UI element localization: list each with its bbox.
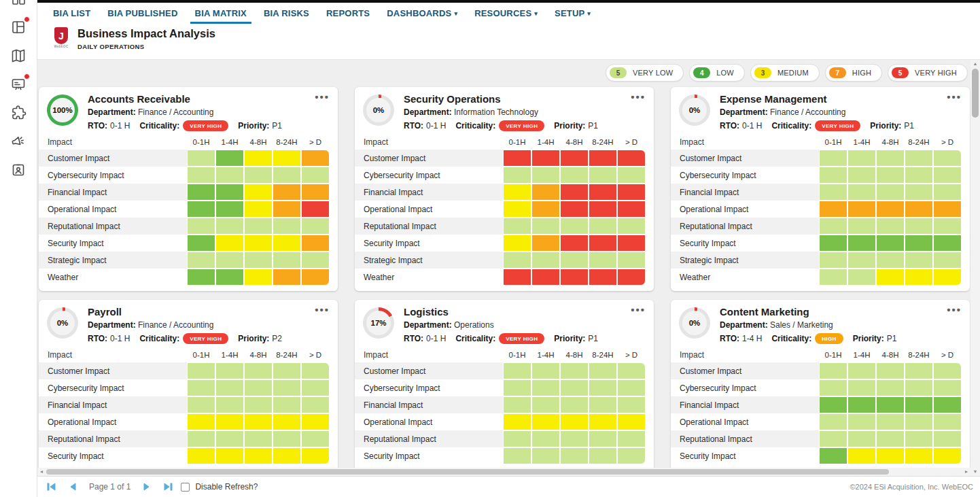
criticality-badge: VERY HIGH xyxy=(183,333,228,344)
next-page-button[interactable] xyxy=(142,483,152,491)
matrix-header-row: Impact0-1H1-4H4-8H8-24H> D xyxy=(39,347,338,362)
rto-label: RTO: xyxy=(720,121,739,131)
matrix-cell xyxy=(589,447,617,464)
time-column-header: 1-4H xyxy=(215,138,244,146)
matrix-cell xyxy=(215,218,244,235)
matrix-cell xyxy=(187,150,215,167)
more-options-icon[interactable]: ••• xyxy=(947,91,962,103)
announcements-icon[interactable] xyxy=(10,133,27,150)
tab-bia-matrix[interactable]: BIA MATRIX xyxy=(195,3,247,24)
matrix-cell xyxy=(905,167,933,184)
matrix-cells xyxy=(503,252,654,269)
matrix-cell xyxy=(933,252,962,269)
tab-setup[interactable]: SETUP▾ xyxy=(555,3,591,24)
matrix-header-row: Impact0-1H1-4H4-8H8-24H> D xyxy=(355,347,654,362)
matrix-row: Reputational Impact xyxy=(355,430,654,447)
tab-bia-published[interactable]: BIA PUBLISHED xyxy=(107,3,177,24)
impact-row-label: Customer Impact xyxy=(671,150,819,167)
matrix-cell xyxy=(905,379,933,396)
matrix-cells xyxy=(187,201,338,218)
matrix-cell xyxy=(560,235,589,252)
matrix-cell xyxy=(876,150,905,167)
tab-bia-list[interactable]: BIA LIST xyxy=(53,3,90,24)
matrix-cell xyxy=(589,269,617,286)
matrix-cell xyxy=(933,150,962,167)
scroll-down-arrow-icon[interactable]: ▼ xyxy=(970,468,980,476)
disable-refresh-checkbox[interactable] xyxy=(181,483,190,492)
matrix-cells xyxy=(187,218,338,235)
matrix-header-row: Impact0-1H1-4H4-8H8-24H> D xyxy=(671,135,970,150)
time-column-header: 0-1H xyxy=(503,138,531,146)
horizontal-scrollbar[interactable]: ◂ ▸ xyxy=(37,468,970,476)
matrix-cell xyxy=(244,447,273,464)
matrix-cells xyxy=(819,252,970,269)
card-header: 0%Security OperationsDepartment: Informa… xyxy=(355,92,654,135)
impact-row-label: Financial Impact xyxy=(355,184,503,201)
matrix-cells xyxy=(819,413,970,430)
criticality-label: Criticality: xyxy=(139,334,179,343)
card-title: Content Marketing xyxy=(720,306,962,318)
time-column-header: 4-8H xyxy=(876,351,905,359)
tab-dashboards[interactable]: DASHBOARDS▾ xyxy=(387,3,457,24)
department-label: Department: xyxy=(404,320,452,330)
tab-resources[interactable]: RESOURCES▾ xyxy=(474,3,538,24)
matrix-row: Financial Impact xyxy=(39,396,338,413)
legend-low[interactable]: 4LOW xyxy=(689,64,745,82)
last-page-button[interactable] xyxy=(163,483,173,491)
impact-row-label: Cybersecurity Impact xyxy=(355,167,503,184)
matrix-cell xyxy=(933,201,962,218)
legend-very-high[interactable]: 5VERY HIGH xyxy=(888,64,968,82)
webeoc-logo-text: WebEOC xyxy=(54,45,69,48)
more-options-icon[interactable]: ••• xyxy=(631,304,646,315)
prev-page-button[interactable] xyxy=(68,483,77,491)
legend-medium[interactable]: 3MEDIUM xyxy=(750,64,820,82)
horizontal-scroll-thumb[interactable] xyxy=(46,469,889,475)
priority-value: P1 xyxy=(904,121,914,131)
more-options-icon[interactable]: ••• xyxy=(315,304,330,315)
matrix-row: Customer Impact xyxy=(671,150,970,167)
vertical-scrollbar[interactable]: ▲ ▼ xyxy=(970,60,980,476)
matrix-cell xyxy=(876,362,905,379)
vertical-scroll-thumb[interactable] xyxy=(972,69,979,118)
matrix-cell xyxy=(244,218,273,235)
time-column-header: > D xyxy=(301,351,330,359)
first-page-button[interactable] xyxy=(47,483,56,491)
tab-reports[interactable]: REPORTS xyxy=(326,3,370,24)
legend-high[interactable]: 7HIGH xyxy=(825,64,882,82)
matrix-cell xyxy=(503,184,531,201)
department-line: Department: Finance / Accounting xyxy=(720,107,962,117)
dashboard-icon[interactable] xyxy=(10,19,27,35)
criticality-label: Criticality: xyxy=(139,121,179,131)
matrix-row: Customer Impact xyxy=(39,150,338,167)
tab-bia-risks[interactable]: BIA RISKS xyxy=(264,3,309,24)
tab-label: BIA MATRIX xyxy=(195,8,247,18)
completion-percent: 0% xyxy=(682,98,707,122)
matrix-cells xyxy=(503,218,654,235)
card-header: 17%LogisticsDepartment: OperationsRTO:0-… xyxy=(355,305,654,347)
matrix-row: Operational Impact xyxy=(39,201,338,218)
time-column-header: 0-1H xyxy=(503,351,531,359)
legend-very-low[interactable]: 5VERY LOW xyxy=(606,64,684,82)
time-column-header: 1-4H xyxy=(215,351,244,359)
map-icon[interactable] xyxy=(10,48,27,64)
brand-block: J WebEOC Business Impact Analysis DAILY … xyxy=(37,24,980,50)
scroll-left-arrow-icon[interactable]: ◂ xyxy=(37,468,46,476)
more-options-icon[interactable]: ••• xyxy=(315,91,330,103)
more-options-icon[interactable]: ••• xyxy=(631,91,646,103)
matrix-cell xyxy=(301,447,330,464)
scroll-up-arrow-icon[interactable]: ▲ xyxy=(970,60,980,68)
boards-icon[interactable] xyxy=(10,76,27,92)
plugins-icon[interactable] xyxy=(10,105,27,121)
rto-value: 0-1 H xyxy=(110,334,130,343)
apps-icon[interactable] xyxy=(10,0,27,7)
more-options-icon[interactable]: ••• xyxy=(947,304,962,315)
badge-icon[interactable] xyxy=(10,162,27,178)
matrix-cell xyxy=(876,218,905,235)
impact-row-label: Reputational Impact xyxy=(39,430,187,447)
matrix-cells xyxy=(187,396,338,413)
scroll-right-arrow-icon[interactable]: ▸ xyxy=(962,468,970,476)
matrix-cell xyxy=(503,430,531,447)
completion-percent: 0% xyxy=(366,98,391,122)
matrix-row: Financial Impact xyxy=(355,396,654,413)
completion-percent: 0% xyxy=(682,311,707,335)
